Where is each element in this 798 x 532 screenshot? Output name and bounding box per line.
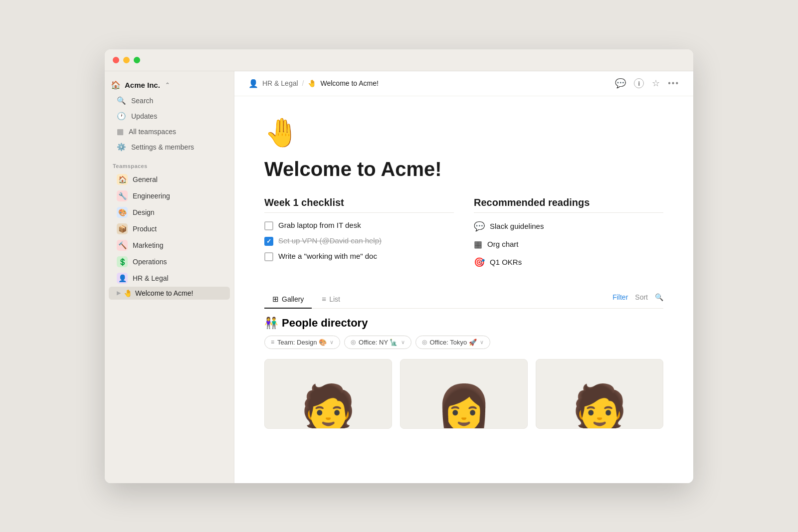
reading-1-label: Slack guidelines [490, 222, 544, 230]
maximize-button[interactable] [134, 57, 140, 63]
checkbox-1[interactable] [264, 221, 273, 230]
tab-list[interactable]: ≡ List [314, 291, 348, 309]
reading-item-3[interactable]: 🎯 Q1 OKRs [474, 257, 663, 268]
workspace-icon: 🏠 [111, 80, 121, 90]
teamspaces-icon: ▦ [117, 127, 124, 136]
checklist-item-1: Grab laptop from IT desk [264, 221, 454, 230]
sidebar-item-engineering[interactable]: 🔧 Engineering [109, 188, 230, 204]
search-label: Search [131, 97, 153, 105]
design-emoji: 🎨 [117, 207, 128, 218]
tag-icon-2: ◎ [351, 339, 356, 346]
page-content: 🤚 Welcome to Acme! Week 1 checklist Grab… [234, 96, 693, 483]
workspace-label: Acme Inc. [125, 81, 160, 89]
updates-icon: 🕐 [117, 112, 126, 121]
breadcrumb-parent[interactable]: HR & Legal [262, 79, 298, 87]
close-button[interactable] [113, 57, 119, 63]
avatar-2: 👩 [436, 385, 492, 429]
active-page-emoji: 🤚 [124, 289, 132, 297]
main-header: 👤 HR & Legal / 🤚 Welcome to Acme! 💬 i ☆ … [234, 71, 693, 96]
filter-tag-office-ny[interactable]: ◎ Office: NY 🗽 ∨ [344, 336, 411, 349]
checklist-item-3: Write a "working with me" doc [264, 252, 454, 261]
general-label: General [133, 176, 158, 183]
sidebar-item-search[interactable]: 🔍 Search [109, 93, 230, 108]
checklist-heading: Week 1 checklist [264, 197, 454, 213]
filter-tag-team-design[interactable]: ≡ Team: Design 🎨 ∨ [264, 336, 340, 349]
sidebar-item-operations[interactable]: 💲 Operations [109, 254, 230, 270]
checklist-item-2-text: Set up VPN (@David can help) [278, 236, 382, 245]
tabs-left: ⊞ Gallery ≡ List [264, 291, 348, 308]
design-label: Design [133, 208, 155, 216]
checkbox-2[interactable] [264, 237, 273, 246]
marketing-emoji: 🔨 [117, 240, 128, 251]
tab-gallery[interactable]: ⊞ Gallery [264, 291, 312, 309]
product-emoji: 📦 [117, 223, 128, 234]
sidebar-item-updates[interactable]: 🕐 Updates [109, 109, 230, 124]
comment-icon[interactable]: 💬 [615, 78, 626, 89]
expand-icon: ▶ [117, 290, 121, 296]
traffic-lights [113, 57, 140, 63]
gallery-tab-icon: ⊞ [272, 295, 279, 304]
gallery-tab-label: Gallery [282, 295, 304, 303]
readings-heading: Recommended readings [474, 197, 663, 213]
directory-title: 👫 People directory [264, 317, 663, 330]
tag-label-1: Team: Design 🎨 [277, 339, 327, 346]
sidebar-item-product[interactable]: 📦 Product [109, 221, 230, 237]
gallery-search-icon[interactable]: 🔍 [655, 293, 663, 301]
active-page-label: Welcome to Acme! [135, 289, 193, 297]
breadcrumb: 👤 HR & Legal / 🤚 Welcome to Acme! [248, 79, 379, 88]
reading-item-1[interactable]: 💬 Slack guidelines [474, 221, 663, 232]
sidebar-item-all-teamspaces[interactable]: ▦ All teamspaces [109, 124, 230, 139]
sidebar-item-settings[interactable]: ⚙️ Settings & members [109, 140, 230, 155]
avatar-1: 🧑 [300, 385, 356, 429]
workspace-name[interactable]: 🏠 Acme Inc. ⌃ [105, 77, 234, 93]
reading-item-2[interactable]: ▦ Org chart [474, 239, 663, 250]
reading-2-label: Org chart [487, 240, 519, 248]
header-actions: 💬 i ☆ ••• [615, 78, 679, 89]
sort-button[interactable]: Sort [635, 293, 648, 301]
list-tab-icon: ≡ [322, 295, 326, 303]
breadcrumb-current-emoji: 🤚 [308, 79, 316, 87]
workspace-chevron-icon: ⌃ [165, 82, 170, 88]
info-icon[interactable]: i [634, 78, 644, 88]
readings-section: Recommended readings 💬 Slack guidelines … [474, 197, 663, 275]
tag-icon-3: ◎ [422, 339, 427, 346]
minimize-button[interactable] [123, 57, 130, 63]
sidebar-item-general[interactable]: 🏠 General [109, 172, 230, 187]
breadcrumb-current: Welcome to Acme! [320, 79, 378, 87]
more-icon[interactable]: ••• [668, 79, 679, 88]
tag-icon-1: ≡ [271, 339, 274, 346]
gallery-tab-actions: Filter Sort 🔍 [612, 293, 663, 305]
app-window: 🏠 Acme Inc. ⌃ 🔍 Search 🕐 Updates ▦ All t… [105, 49, 693, 483]
avatar-3: 🧑 [572, 385, 627, 429]
page-title: Welcome to Acme! [264, 157, 663, 181]
breadcrumb-parent-icon: 👤 [248, 79, 258, 88]
gallery-card-1[interactable]: 🧑 [264, 359, 392, 429]
filter-tag-office-tokyo[interactable]: ◎ Office: Tokyo 🚀 ∨ [415, 336, 490, 349]
sidebar-item-welcome[interactable]: ▶ 🤚 Welcome to Acme! [109, 287, 230, 300]
gallery-section: ⊞ Gallery ≡ List Filter Sort 🔍 [264, 291, 663, 429]
reading-3-label: Q1 OKRs [490, 258, 522, 266]
sidebar-item-hr-legal[interactable]: 👤 HR & Legal [109, 270, 230, 286]
engineering-label: Engineering [133, 192, 170, 200]
filter-button[interactable]: Filter [612, 293, 628, 301]
checkbox-3[interactable] [264, 252, 273, 261]
checklist-item-3-text: Write a "working with me" doc [278, 252, 377, 260]
app-body: 🏠 Acme Inc. ⌃ 🔍 Search 🕐 Updates ▦ All t… [105, 71, 693, 483]
checklist-section: Week 1 checklist Grab laptop from IT des… [264, 197, 454, 275]
list-tab-label: List [329, 295, 340, 303]
sidebar-item-design[interactable]: 🎨 Design [109, 204, 230, 220]
settings-label: Settings & members [131, 143, 194, 151]
sidebar-item-marketing[interactable]: 🔨 Marketing [109, 237, 230, 253]
product-label: Product [133, 225, 157, 233]
search-icon: 🔍 [117, 96, 126, 105]
tag-chevron-2: ∨ [401, 339, 405, 346]
tag-chevron-1: ∨ [330, 339, 334, 346]
gallery-card-2[interactable]: 👩 [400, 359, 528, 429]
hr-legal-label: HR & Legal [133, 274, 169, 282]
directory-emoji: 👫 [264, 317, 278, 330]
gallery-card-3[interactable]: 🧑 [536, 359, 663, 429]
star-icon[interactable]: ☆ [652, 78, 660, 89]
general-emoji: 🏠 [117, 174, 128, 185]
reading-1-emoji: 💬 [474, 221, 485, 232]
page-emoji: 🤚 [264, 116, 663, 149]
